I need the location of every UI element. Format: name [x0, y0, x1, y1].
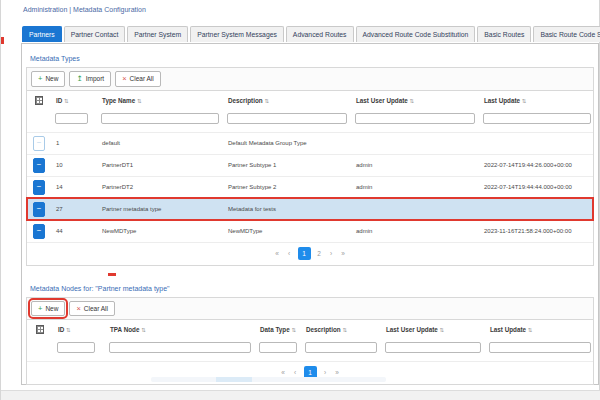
tab-partner-system[interactable]: Partner System — [127, 26, 188, 42]
sort-icon: ⇅ — [410, 98, 415, 104]
cell-description: NewMDType — [223, 228, 351, 234]
data-type-filter-input[interactable] — [259, 342, 297, 353]
first-page-button[interactable]: « — [280, 369, 287, 376]
column-header-type-name[interactable]: Type Name ⇅ — [97, 92, 223, 106]
type-name-filter-input[interactable] — [101, 113, 219, 124]
column-header-id[interactable]: ID ⇅ — [53, 321, 105, 335]
metadata-types-paginator: « ‹ 1 2 › » — [27, 242, 593, 265]
column-header-description[interactable]: Description ⇅ — [223, 92, 351, 106]
last-page-button[interactable]: » — [340, 250, 347, 257]
next-page-button[interactable]: › — [328, 250, 335, 257]
prev-page-button[interactable]: ‹ — [292, 369, 299, 376]
cell-id: 27 — [51, 206, 97, 212]
tab-bar: Partners Partner Contact Partner System … — [22, 26, 600, 42]
clear-all-button-label: Clear All — [84, 305, 108, 312]
table-row[interactable]: − 1 default Default Metadata Group Type — [27, 132, 593, 154]
tab-basic-route-code-substitution[interactable]: Basic Route Code Substitution — [533, 26, 600, 42]
cell-type-name: default — [97, 140, 223, 146]
table-row[interactable]: − 44 NewMDType NewMDType admin 2023-11-1… — [27, 220, 593, 242]
tab-basic-routes[interactable]: Basic Routes — [477, 26, 531, 42]
breadcrumb[interactable]: Administration | Metadata Configuration — [23, 6, 146, 13]
last-user-update-filter-input[interactable] — [355, 113, 475, 124]
collapse-row-button[interactable]: − — [33, 224, 45, 239]
plus-icon: + — [38, 75, 42, 83]
cell-last-update: 2023-11-16T21:58:24.000+00:00 — [479, 228, 595, 234]
table-row-selected[interactable]: − 27 Partner metadata type Metadata for … — [27, 198, 593, 220]
sort-icon: ⇅ — [66, 327, 71, 333]
column-header-tpa-node[interactable]: TPA Node ⇅ — [105, 321, 255, 335]
page-2-button[interactable]: 2 — [316, 250, 323, 257]
new-button-label: New — [45, 75, 58, 82]
metadata-types-title: Metadata Types — [30, 55, 594, 62]
minus-icon: − — [37, 226, 42, 235]
annotation-edge-mark — [1, 37, 4, 44]
cell-type-name: Partner metadata type — [97, 206, 223, 212]
last-update-filter-input[interactable] — [489, 342, 591, 353]
sort-icon: ⇅ — [291, 327, 296, 333]
column-header-last-user-update[interactable]: Last User Update ⇅ — [351, 92, 479, 106]
prev-page-button[interactable]: ‹ — [286, 250, 293, 257]
collapse-row-button[interactable]: − — [33, 202, 45, 217]
id-filter-input[interactable] — [57, 342, 95, 353]
sort-icon: ⇅ — [342, 327, 347, 333]
last-page-button[interactable]: » — [334, 369, 341, 376]
description-filter-input[interactable] — [227, 113, 347, 124]
collapse-row-button[interactable]: − — [33, 158, 45, 173]
first-page-button[interactable]: « — [274, 250, 281, 257]
description-filter-input[interactable] — [305, 342, 377, 353]
metadata-types-table: ID ⇅ Type Name ⇅ Description ⇅ Last User… — [26, 91, 594, 266]
column-header-id[interactable]: ID ⇅ — [51, 92, 97, 106]
new-metadata-node-button[interactable]: + New — [31, 301, 65, 317]
sort-icon: ⇅ — [141, 327, 146, 333]
sort-icon: ⇅ — [528, 327, 533, 333]
page-1-button[interactable]: 1 — [298, 247, 311, 260]
tab-partners[interactable]: Partners — [22, 26, 62, 42]
faint-bottom-widget — [151, 377, 386, 382]
import-button[interactable]: ↥ Import — [69, 71, 111, 87]
cell-last-update: 2022-07-14T19:44:26.000+00:00 — [479, 162, 595, 168]
collapse-row-button[interactable]: − — [33, 180, 45, 195]
new-metadata-type-button[interactable]: + New — [31, 71, 65, 87]
cell-last-user-update: admin — [351, 228, 479, 234]
cell-description: Default Metadata Group Type — [223, 140, 351, 146]
clear-icon: × — [122, 75, 126, 83]
column-header-last-update[interactable]: Last Update ⇅ — [485, 321, 595, 335]
sort-icon: ⇅ — [440, 327, 445, 333]
last-user-update-filter-input[interactable] — [385, 342, 481, 353]
clear-all-button-label: Clear All — [130, 75, 154, 82]
column-header-data-type[interactable]: Data Type ⇅ — [255, 321, 301, 335]
tab-advanced-route-code-substitution[interactable]: Advanced Route Code Substitution — [356, 26, 476, 42]
app-window: Administration | Metadata Configuration … — [0, 0, 600, 400]
minus-icon: − — [37, 182, 42, 191]
sort-icon: ⇅ — [264, 98, 269, 104]
tab-partner-contact[interactable]: Partner Contact — [64, 26, 126, 42]
column-header-last-user-update[interactable]: Last User Update ⇅ — [381, 321, 485, 335]
minus-icon: − — [37, 204, 42, 213]
tab-advanced-routes[interactable]: Advanced Routes — [286, 26, 354, 42]
table-row[interactable]: − 14 PartnerDT2 Partner Subtype 2 admin … — [27, 176, 593, 198]
cell-id: 10 — [51, 162, 97, 168]
plus-icon: + — [38, 305, 42, 313]
column-header-last-update[interactable]: Last Update ⇅ — [479, 92, 595, 106]
cell-last-user-update: admin — [351, 162, 479, 168]
table-row[interactable]: − 10 PartnerDT1 Partner Subtype 1 admin … — [27, 154, 593, 176]
metadata-nodes-toolbar: + New × Clear All — [26, 297, 594, 321]
clear-all-nodes-button[interactable]: × Clear All — [69, 301, 115, 317]
cell-description: Partner Subtype 2 — [223, 184, 351, 190]
cell-type-name: PartnerDT1 — [97, 162, 223, 168]
content-panel: Metadata Types + New ↥ Import × Clear Al… — [21, 43, 599, 385]
id-filter-input[interactable] — [55, 113, 88, 124]
tpa-node-filter-input[interactable] — [109, 342, 251, 353]
last-update-filter-input[interactable] — [483, 113, 591, 124]
tab-partner-system-messages[interactable]: Partner System Messages — [190, 26, 284, 42]
clear-all-button[interactable]: × Clear All — [115, 71, 161, 87]
sort-icon: ⇅ — [64, 98, 69, 104]
grid-icon — [27, 91, 51, 107]
next-page-button[interactable]: › — [322, 369, 329, 376]
column-header-description[interactable]: Description ⇅ — [301, 321, 381, 335]
table-header-row: ID ⇅ TPA Node ⇅ Data Type ⇅ Description … — [27, 320, 593, 336]
table-header-row: ID ⇅ Type Name ⇅ Description ⇅ Last User… — [27, 91, 593, 107]
import-icon: ↥ — [76, 75, 82, 83]
collapse-row-button[interactable]: − — [33, 136, 45, 151]
filter-row — [27, 107, 593, 132]
